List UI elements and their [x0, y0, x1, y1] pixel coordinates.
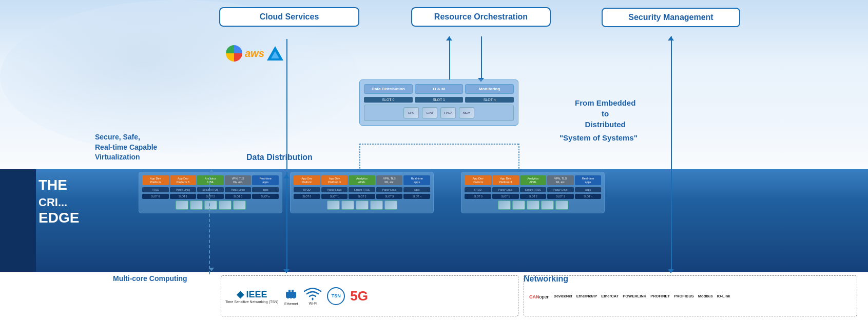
- node2-app3: AnalyticsAI/ML: [349, 175, 375, 185]
- security-arrowhead-down2: [668, 269, 674, 273]
- node2-apps: apps: [403, 187, 430, 192]
- orch-om: O & M: [415, 84, 464, 94]
- node1-hw2: [190, 200, 203, 210]
- secure-virtualization-label: Secure, Safe,Real-time CapableVirtualiza…: [95, 132, 157, 163]
- modbus-label: Modbus: [698, 294, 713, 298]
- cloud-arrowhead-up2: [283, 174, 290, 178]
- node1-app5: Real-timeapps: [252, 175, 279, 185]
- multicore-computing-label: Multi-core Computing: [113, 274, 187, 283]
- devicenet-label: DeviceNet: [554, 294, 572, 298]
- node1-hw3: [204, 200, 217, 210]
- node2-parav1: ParaV Linux: [321, 187, 348, 192]
- 5g-icon: 5G: [350, 288, 368, 304]
- cloud-services-arrow-down: [286, 39, 287, 172]
- azure-icon: [267, 46, 283, 61]
- node2-hw3: [356, 200, 369, 210]
- node2-hw1: [327, 200, 340, 210]
- resource-orch-arrowhead-up: [446, 36, 452, 41]
- node1-app-row: App DevPlatform App DevPlatform 3 Analyt…: [142, 175, 279, 185]
- critical-edge-text: THE CRI... EDGE: [38, 177, 136, 227]
- node3-slot-row: SLOT 0 SLOT 1 SLOT 2 SLOT 3 SLOT n: [465, 194, 601, 199]
- orch-monitoring: Monitoring: [465, 84, 514, 94]
- orch-title-row: Data Distribution O & M Monitoring: [364, 84, 514, 94]
- cloud-services-box: Cloud Services: [219, 7, 359, 27]
- compute-node-2: App DevPlatform App DevPlatform 3 Analyt…: [290, 172, 434, 213]
- node2-hw-row: [294, 200, 430, 210]
- profibus-label: PROFIBUS: [674, 294, 694, 298]
- resource-orchestration-box: Resource Orchestration: [411, 7, 551, 27]
- canopen-label: CANopen: [529, 291, 550, 300]
- node3-parav2: ParaV Linux: [547, 187, 574, 192]
- node1-app3: AnalyticsAI/ML: [197, 175, 224, 185]
- hw-chip-1: CPU: [403, 107, 419, 118]
- node3-hw4: [541, 200, 554, 210]
- node2-slotn: SLOT n: [403, 194, 430, 199]
- node3-slot2: SLOT 2: [520, 194, 547, 199]
- orch-data-dist: Data Distribution: [364, 84, 413, 94]
- ieee-icon: ◆ IEEE Time Sensitive Networking (TSN): [225, 289, 278, 304]
- node3-hw-row: [465, 200, 601, 210]
- node3-slot0: SLOT 0: [465, 194, 491, 199]
- security-vertical-arrow: [671, 169, 672, 272]
- node2-slot-row: SLOT 0 SLOT 1 SLOT 2 SLOT 3 SLOT n: [294, 194, 430, 199]
- node1-slotn: SLOT n: [252, 194, 279, 199]
- security-management-box: Security Management: [602, 8, 740, 27]
- dashed-h-line: [359, 144, 518, 145]
- cloud-provider-logos: aws: [226, 45, 283, 62]
- node3-slot1: SLOT 1: [492, 194, 519, 199]
- node1-slot2: SLOT 2: [197, 194, 224, 199]
- multicore-dashed-arrow: [209, 172, 210, 274]
- node3-hw2: [512, 200, 525, 210]
- node1-apps: apps: [252, 187, 279, 192]
- powerlink-label: POWERLINK: [623, 294, 646, 298]
- node2-securertos: Secure RTOS: [349, 187, 375, 192]
- node2-parav2: ParaV Linux: [376, 187, 403, 192]
- node2-slot0: SLOT 0: [294, 194, 320, 199]
- node1-hw1: [176, 200, 188, 210]
- node3-hw5: [555, 200, 568, 210]
- node2-hw4: [370, 200, 383, 210]
- tsn-icon: TSN: [327, 287, 345, 305]
- hw-chip-2: GPU: [422, 107, 437, 118]
- aws-icon: aws: [245, 48, 264, 59]
- node3-parav1: ParaV Linux: [492, 187, 519, 192]
- node3-app5: Real-timeapps: [575, 175, 602, 185]
- orch-slot-0: SLOT 0: [364, 97, 413, 103]
- node2-slot3: SLOT 3: [376, 194, 403, 199]
- orch-hardware-row: CPU GPU FPGA MEM: [364, 105, 514, 121]
- node2-hw5: [384, 200, 397, 210]
- node1-parav1: ParaV Linux: [170, 187, 197, 192]
- node1-hw4: [219, 200, 232, 210]
- node1-rtod: RTOD: [142, 187, 169, 192]
- resource-orchestration-label: Resource Orchestration: [434, 12, 528, 21]
- compute-node-1: App DevPlatform App DevPlatform 3 Analyt…: [139, 172, 282, 213]
- node1-slot1: SLOT 1: [170, 194, 197, 199]
- node1-app4: VPN, TLSPA, etc.: [225, 175, 252, 185]
- node3-middleware-row: RTOD ParaV Linux Secure RTOS ParaV Linux…: [465, 187, 601, 192]
- node3-app1: App DevPlatform: [465, 175, 491, 185]
- node2-app5: Real-timeapps: [403, 175, 430, 185]
- data-distribution-label: Data Distribution: [246, 153, 313, 162]
- node2-hw2: [341, 200, 354, 210]
- multicore-arrowhead-up: [209, 169, 214, 173]
- node3-app3: AnalyticsAI/ML: [520, 175, 547, 185]
- svg-rect-4: [290, 296, 292, 298]
- profinet-label: PROFINET: [650, 294, 670, 298]
- orchestration-panel: Data Distribution O & M Monitoring SLOT …: [359, 79, 518, 126]
- node2-app4: VPN, TLSPA, etc.: [376, 175, 403, 185]
- node1-app2: App DevPlatform 3: [170, 175, 197, 185]
- node3-slot3: SLOT 3: [547, 194, 574, 199]
- cloud-arrowhead-down: [283, 269, 290, 273]
- protocol-area-left: ◆ IEEE Time Sensitive Networking (TSN) E…: [221, 275, 518, 316]
- orch-slot-1: SLOT 1: [415, 97, 464, 103]
- node1-hw-row: [142, 200, 279, 210]
- node3-securertos: Secure RTOS: [520, 187, 547, 192]
- ethercat-label: EtherCAT: [601, 294, 619, 298]
- ethernet-icon: Ethernet: [283, 287, 299, 306]
- node1-slot-row: SLOT 0 SLOT 1 SLOT 2 SLOT 3 SLOT n: [142, 194, 279, 199]
- node2-slot2: SLOT 2: [349, 194, 375, 199]
- compute-node-3: App DevPlatform App DevPlatform 3 Analyt…: [461, 172, 605, 213]
- main-container: Cloud Services Resource Orchestration Se…: [0, 0, 868, 321]
- node1-parav2: ParaV Linux: [225, 187, 252, 192]
- node3-app2: App DevPlatform 3: [492, 175, 519, 185]
